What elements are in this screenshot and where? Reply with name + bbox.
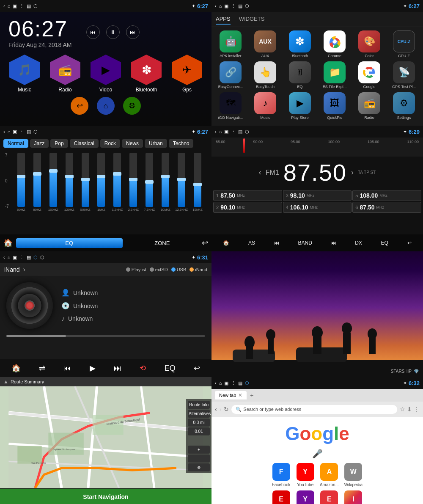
slider-80hz[interactable]: 80HZ <box>30 153 44 212</box>
mic-icon[interactable]: 🎤 <box>312 449 323 459</box>
usb-opt[interactable]: USB <box>171 267 187 272</box>
play-btn[interactable]: ▶ <box>90 364 96 373</box>
app-color[interactable]: 🎨 Color <box>354 30 385 58</box>
slider-2-5khz[interactable]: 2.5kHZ <box>126 153 140 212</box>
home-icon[interactable]: ⌂ <box>219 380 222 386</box>
chrome-back-btn[interactable]: ‹ <box>215 406 217 413</box>
inand-opt[interactable]: iNand <box>190 267 207 272</box>
band-btn[interactable]: BAND <box>295 238 314 248</box>
close-tab-icon[interactable]: ✕ <box>238 392 242 398</box>
menu-icon[interactable]: ⋮ <box>231 380 236 386</box>
back-icon[interactable]: ‹ <box>3 3 5 8</box>
recents-icon[interactable]: ▣ <box>224 3 228 9</box>
preset-2[interactable]: 2 90.10 MHz <box>213 202 282 213</box>
app-bluetooth[interactable]: ✽ Bluetooth <box>284 30 316 58</box>
shortcut-ebay[interactable]: E eBay <box>319 490 340 504</box>
gps-app-icon[interactable]: ✈ Gps <box>172 55 202 93</box>
app-google[interactable]: Google <box>354 61 385 89</box>
media-icon[interactable]: ▤ <box>238 3 242 9</box>
app-easytouch[interactable]: 👆 EasyTouch <box>250 61 281 89</box>
zoom-in-btn[interactable]: + <box>188 446 210 454</box>
progress-bar[interactable] <box>6 335 205 337</box>
slider-1khz[interactable]: 1kHZ <box>94 153 109 212</box>
tab-apps[interactable]: APPS <box>216 14 231 25</box>
preset-classical[interactable]: Classical <box>70 139 99 148</box>
prev-btn[interactable]: ⏮ <box>272 238 282 248</box>
locate-btn[interactable]: ⊕ <box>188 463 210 471</box>
preset-6[interactable]: 6 87.50 MHz <box>352 202 421 213</box>
slider-7-5khz[interactable]: 7.5kHZ <box>142 153 157 212</box>
recents-icon[interactable]: ▣ <box>224 380 228 386</box>
dist-1-btn[interactable]: 0.3 mi <box>188 419 210 427</box>
repeat-btn[interactable]: ⟲ <box>140 364 146 373</box>
next-btn[interactable]: ⏭ <box>126 25 140 39</box>
back-icon[interactable]: ‹ <box>215 3 217 8</box>
source-expand-icon[interactable]: › <box>23 266 25 273</box>
home-circle-btn[interactable]: ⌂ <box>97 97 115 115</box>
slider-12-5khz[interactable]: 12.5kHZ <box>174 153 189 212</box>
back-icon[interactable]: ‹ <box>3 255 5 260</box>
back-btn[interactable]: ↩ <box>405 238 414 248</box>
playlist-opt[interactable]: Playlist <box>126 267 146 272</box>
back-circle-btn[interactable]: ↩ <box>71 97 88 115</box>
preset-rock[interactable]: Rock <box>100 139 120 148</box>
app-aux[interactable]: AUX AUX <box>250 30 281 58</box>
start-navigation-btn[interactable]: Start Navigation <box>0 489 212 504</box>
menu-icon[interactable]: ⋮ <box>19 129 24 135</box>
shortcut-espn[interactable]: E ESPN.com <box>271 490 291 504</box>
preset-4[interactable]: 4 106.10 MHz <box>283 202 352 213</box>
eq-btn[interactable]: EQ <box>165 364 176 373</box>
chrome-tab-newtab[interactable]: New tab ✕ <box>215 391 247 399</box>
new-tab-btn[interactable]: + <box>250 392 253 399</box>
settings-circle-btn[interactable]: ⚙ <box>123 97 141 115</box>
menu-icon[interactable]: ⋮ <box>19 255 24 260</box>
back-icon[interactable]: ‹ <box>215 380 217 386</box>
preset-techno[interactable]: Techno <box>169 139 194 148</box>
more-icon[interactable]: ⋮ <box>414 406 420 413</box>
home-icon[interactable]: ⌂ <box>219 3 222 8</box>
download-icon[interactable]: ⬇ <box>407 406 412 413</box>
next-station-btn[interactable]: › <box>351 168 354 177</box>
video-app-icon[interactable]: ▶ Video <box>91 55 121 93</box>
slider-1-5khz[interactable]: 1.5kHZ <box>110 153 124 212</box>
recents-icon[interactable]: ▣ <box>224 129 228 135</box>
media-icon[interactable]: ▤ <box>238 129 242 135</box>
alternatives-btn[interactable]: Alternatives <box>188 410 210 418</box>
home-icon[interactable]: ⌂ <box>8 255 11 260</box>
preset-pop[interactable]: Pop <box>50 139 68 148</box>
app-gps-test[interactable]: 📡 GPS Test Pl... <box>388 61 420 89</box>
menu-icon[interactable]: ⋮ <box>19 3 24 9</box>
next-btn[interactable]: ⏭ <box>329 238 339 248</box>
slider-60hz[interactable]: 60HZ <box>14 153 28 212</box>
slider-500hz[interactable]: 500HZ <box>78 153 93 212</box>
shortcut-wikipedia[interactable]: W Wikipedia <box>343 463 364 487</box>
back-icon[interactable]: ‹ <box>3 129 5 134</box>
chrome-refresh-btn[interactable]: ↻ <box>224 406 229 413</box>
prev-station-btn[interactable]: ‹ <box>259 168 261 177</box>
pause-btn[interactable]: ⏸ <box>106 25 120 39</box>
next-btn[interactable]: ⏭ <box>114 364 121 373</box>
eq-btn[interactable]: EQ <box>379 238 391 248</box>
recents-icon[interactable]: ▣ <box>13 3 17 9</box>
media-icon[interactable]: ▤ <box>27 3 31 9</box>
extsd-opt[interactable]: extSD <box>150 267 168 272</box>
star-icon[interactable]: ☆ <box>400 406 405 413</box>
preset-5[interactable]: 5 108.00 MHz <box>352 190 421 201</box>
shuffle-btn[interactable]: ⇌ <box>39 364 45 373</box>
app-music-player[interactable]: ♪ Music <box>250 92 281 120</box>
bluetooth-app-icon[interactable]: ✽ Bluetooth <box>131 55 162 93</box>
prev-btn[interactable]: ⏮ <box>86 25 100 39</box>
home-icon[interactable]: ⌂ <box>219 129 222 134</box>
app-apk-installer[interactable]: 🤖 APK installer <box>215 30 246 58</box>
slider-100hz[interactable]: 100HZ <box>46 153 60 212</box>
preset-urban[interactable]: Urban <box>145 139 167 148</box>
preset-news[interactable]: News <box>122 139 143 148</box>
media-icon[interactable]: ▤ <box>27 255 31 260</box>
slider-120hz[interactable]: 120HZ <box>62 153 77 212</box>
shortcut-facebook[interactable]: F Facebook <box>271 463 291 487</box>
tab-widgets[interactable]: WIDGETS <box>239 14 265 25</box>
zone-button[interactable]: ZONE <box>126 240 199 246</box>
preset-jazz[interactable]: Jazz <box>30 139 49 148</box>
menu-icon[interactable]: ⋮ <box>231 129 236 135</box>
app-radio-player[interactable]: 📻 Radio <box>354 92 385 120</box>
